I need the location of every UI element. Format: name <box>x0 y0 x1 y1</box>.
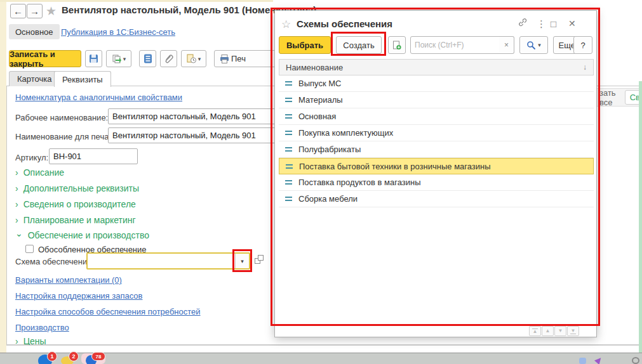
tab-main-section[interactable]: Основное <box>9 24 60 39</box>
menu-kebab-icon[interactable]: ⋮ <box>537 18 546 30</box>
list-item[interactable]: Основная <box>279 108 594 125</box>
tray-blue-icon[interactable] <box>579 358 586 364</box>
print-button[interactable]: Печ <box>214 50 278 67</box>
chevron-right-icon: › <box>15 167 18 178</box>
back-arrow-icon: ← <box>13 6 23 16</box>
caret-down-icon: ▾ <box>241 258 244 264</box>
table-column-header[interactable]: Наименование ↓ <box>279 59 594 75</box>
section-manufacturer-info[interactable]: › Сведения о производителе <box>15 199 136 209</box>
tab-details[interactable]: Реквизиты <box>54 71 111 87</box>
go-last-button[interactable]: ▼ <box>567 326 579 336</box>
structure-button[interactable] <box>139 50 156 67</box>
list-item[interactable]: Сборка мебели <box>279 191 594 207</box>
working-name-label: Рабочее наименование: <box>15 113 108 122</box>
copy-icon <box>112 54 121 63</box>
list-pager: ▲ ▲ ▼ ▼ <box>529 326 579 336</box>
dialog-title: Схемы обеспечения <box>297 18 392 29</box>
supply-scheme-label: Схема обеспечения: <box>15 257 94 266</box>
nav-up-icon: ▲ <box>533 329 538 334</box>
production-link[interactable]: Производство <box>15 323 69 332</box>
section-additional-attributes[interactable]: › Дополнительные реквизиты <box>15 183 139 193</box>
scheme-item-icon <box>285 114 292 119</box>
chevron-right-icon: › <box>15 337 18 345</box>
scheme-item-icon <box>285 180 292 185</box>
create-button[interactable]: Создать <box>336 36 382 54</box>
attachments-button[interactable] <box>160 50 177 67</box>
tab-card[interactable]: Карточка <box>9 71 60 86</box>
dialog-favorite-star-icon[interactable]: ☆ <box>281 18 291 31</box>
forward-button[interactable]: → <box>27 4 43 18</box>
printer-icon <box>220 55 229 63</box>
list-item-selected[interactable]: Поставка бытовой техники в розничные маг… <box>279 158 594 174</box>
get-link-icon[interactable] <box>518 17 528 27</box>
help-button[interactable]: ? <box>573 36 592 54</box>
list-item[interactable]: Материалы <box>279 92 594 108</box>
supply-scheme-input[interactable]: ▾ <box>86 252 250 270</box>
go-up-button[interactable]: ▲ <box>542 326 554 336</box>
supply-methods-link[interactable]: Настройка способов обеспечения потребнос… <box>15 307 201 316</box>
scheme-item-icon <box>285 81 292 86</box>
go-down-button[interactable]: ▼ <box>554 326 566 336</box>
new-item-icon <box>392 41 401 50</box>
restore-window-icon[interactable]: □ <box>551 18 556 29</box>
search-magnifier-icon <box>526 41 535 49</box>
dock-badge-2: 2 <box>69 351 79 361</box>
create-group-button[interactable] <box>388 36 406 54</box>
chevron-down-icon: ⌄ <box>15 228 23 238</box>
save-button[interactable] <box>85 50 102 67</box>
close-dialog-icon[interactable]: ✕ <box>568 18 576 29</box>
floppy-icon <box>89 54 98 63</box>
supply-scheme-dropdown-button[interactable]: ▾ <box>235 254 249 268</box>
search-input[interactable] <box>411 41 499 49</box>
go-first-button[interactable]: ▲ <box>529 326 541 336</box>
forward-arrow-icon: → <box>30 6 39 16</box>
tray-clock-icon[interactable] <box>632 357 639 364</box>
list-item[interactable]: Поставка продуктов в магазины <box>279 174 594 191</box>
caret-down-icon: ▾ <box>198 56 201 62</box>
paperclip-icon <box>164 54 173 63</box>
favorite-star-icon[interactable]: ★ <box>46 4 57 18</box>
doc-clock-icon <box>187 54 196 63</box>
scheme-item-icon <box>285 147 292 152</box>
separate-supply-checkbox[interactable] <box>25 245 34 253</box>
open-reference-icon[interactable] <box>255 255 264 264</box>
scheme-item-icon <box>285 98 292 102</box>
section-description[interactable]: › Описание <box>15 167 64 178</box>
scheme-item-icon <box>285 131 292 135</box>
history-button[interactable]: ▾ <box>181 50 206 67</box>
copy-button[interactable]: ▾ <box>106 50 131 67</box>
select-button[interactable]: Выбрать <box>279 36 331 54</box>
nav-down-icon: ▼ <box>571 328 576 334</box>
section-supply-production[interactable]: ⌄ Обеспечение и производство <box>15 230 149 240</box>
section-planning-marketing[interactable]: › Планирование и маркетинг <box>15 215 136 225</box>
section-prices[interactable]: › Цены <box>15 337 46 345</box>
save-and-close-button[interactable]: Записать и закрыть <box>9 50 81 67</box>
schemes-list: Выпуск МС Материалы Основная Покупка ком… <box>279 75 594 207</box>
scheme-item-icon <box>285 197 292 201</box>
chevron-right-icon: › <box>15 199 18 209</box>
clear-search-button[interactable]: × <box>499 36 514 54</box>
window-bottom-border <box>6 345 642 346</box>
publish-link[interactable]: Публикация в 1С:Бизнес-сеть <box>61 27 175 37</box>
caret-down-icon: ▾ <box>538 42 541 48</box>
window-top-edge <box>0 0 273 2</box>
search-field-wrap <box>410 36 500 54</box>
list-icon <box>144 54 152 63</box>
stock-maintenance-link[interactable]: Настройка поддержания запасов <box>15 291 142 301</box>
sort-descending-icon: ↓ <box>583 63 587 72</box>
nav-up-icon: ▲ <box>545 328 551 334</box>
chevron-right-icon: › <box>15 183 18 193</box>
similar-nomenclature-link[interactable]: Номенклатура с аналогичными свойствами <box>15 93 182 102</box>
kit-variants-link[interactable]: Варианты комплектации (0) <box>15 275 122 285</box>
clear-icon: × <box>504 41 509 49</box>
list-item[interactable]: Полуфабрикаты <box>279 141 594 158</box>
nav-down-icon: ▼ <box>558 328 563 334</box>
article-input[interactable]: ВН-901 <box>49 148 138 164</box>
search-options-button[interactable]: ▾ <box>519 36 548 54</box>
window-left-edge <box>0 0 6 353</box>
list-item[interactable]: Покупка комплектующих <box>279 125 594 141</box>
list-item[interactable]: Выпуск МС <box>279 75 594 92</box>
print-button-label: Печ <box>231 54 246 63</box>
print-name-label: Наименование для печати: <box>15 132 119 141</box>
back-button[interactable]: ← <box>10 4 26 18</box>
